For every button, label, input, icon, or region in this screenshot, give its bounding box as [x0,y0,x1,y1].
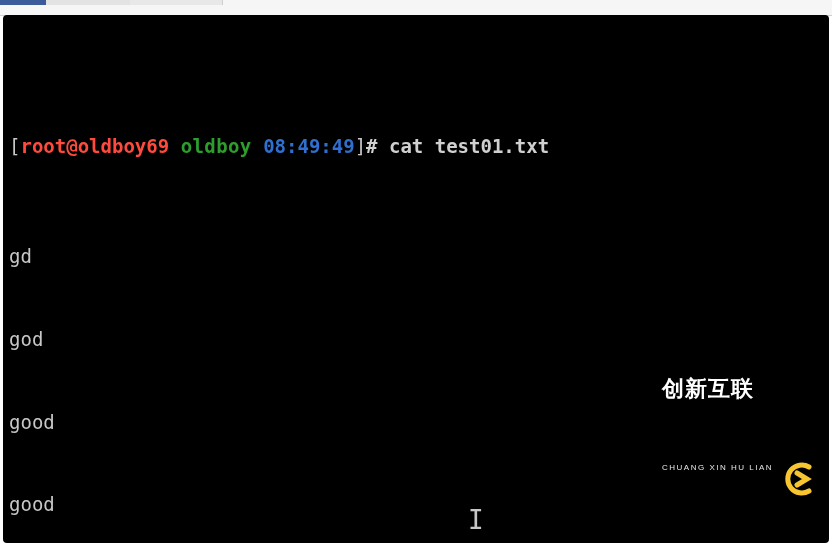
terminal-output: gd [9,243,823,271]
window-tab-strip [0,0,832,16]
tab-accent [0,0,46,5]
screenshot-root: [root@oldboy69 oldboy 08:49:49]# cat tes… [0,0,832,546]
command-text: cat test01.txt [389,135,549,157]
prompt-user: root@oldboy69 [20,135,169,157]
watermark: 创新互联 CHUANG XIN HU LIAN [662,318,819,529]
terminal-line: [root@oldboy69 oldboy 08:49:49]# cat tes… [9,133,823,161]
watermark-text: 创新互联 CHUANG XIN HU LIAN [662,318,773,529]
terminal[interactable]: [root@oldboy69 oldboy 08:49:49]# cat tes… [3,15,829,543]
prompt-time: 08:49:49 [263,135,355,157]
watermark-logo-icon [783,406,819,442]
prompt-cwd: oldboy [181,135,252,157]
tab-slot-2 [130,0,223,5]
text-cursor-ibeam-icon: I [468,502,484,540]
tab-slot-1 [46,0,130,5]
